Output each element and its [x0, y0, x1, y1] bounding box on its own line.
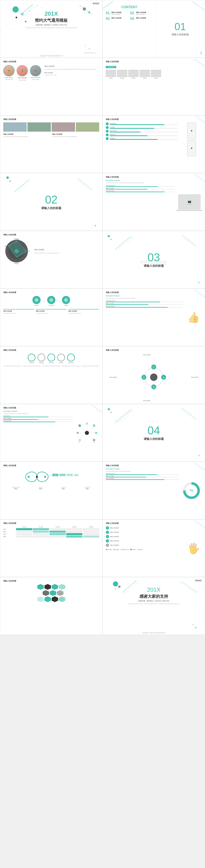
legend-2: Strategy	[113, 549, 119, 550]
s18-i2-label: Better Thought	[106, 475, 179, 476]
numbered-item-4: 4 请输入你的标题	[106, 539, 183, 542]
legend-4: Delivery	[130, 549, 136, 550]
person-1-name: Taylor Jenkins	[5, 77, 13, 78]
slide-3-body: Lorem ipsum dolor sit amet, consectetur …	[44, 68, 99, 70]
person-3-name: Shayna Jacobsen	[31, 77, 41, 78]
circle-label-4: Analyse	[59, 362, 63, 363]
bar-fill-4	[110, 135, 147, 136]
slide-6-bars: 请输入你的标题 Infographics Concepts	[102, 115, 205, 173]
slide-5-body-2: Lorem ipsum dolor sit amet, consectetur …	[52, 136, 99, 137]
portfolio-item-3: Portfolio	[128, 70, 139, 79]
person-3: 👤 Shayna Jacobsen 请输入你的标题	[30, 65, 41, 80]
n-num-1: 1	[106, 526, 109, 530]
slide-5-title: 请输入你的标题	[3, 118, 99, 121]
svg-text:Target: Target	[28, 250, 30, 252]
deco-s8	[191, 173, 205, 183]
circle-label-1: Objective	[29, 362, 34, 363]
laptop-icon: 💻	[187, 199, 192, 205]
circle-label-3: Innovate	[49, 362, 54, 363]
svg-line-94	[193, 463, 204, 471]
svg-line-11	[197, 116, 205, 123]
svg-line-77	[182, 408, 197, 420]
thanks-dot-4	[195, 627, 197, 628]
slide-7-section02: 02 请输入你的标题	[0, 173, 102, 231]
row-1-label: 请输入	[3, 529, 15, 530]
slide-15-title: 请输入你的标题	[3, 407, 73, 409]
row-4-bar-3	[49, 535, 66, 537]
dot-s16-2	[110, 412, 111, 413]
bar-icon-3	[106, 130, 109, 133]
s18-analysis: Description Analysis	[106, 468, 179, 470]
person-3-role: 请输入你的标题	[32, 79, 39, 80]
hex-2	[44, 584, 51, 590]
slide-3-sub1: 请输入你的标题	[44, 72, 99, 74]
col-header-3: Year Title	[49, 526, 66, 528]
col-header-4: Year Title	[66, 526, 82, 528]
dot-sm-6	[85, 45, 86, 46]
svg-text:2: 2	[163, 376, 164, 378]
a-bar-1	[106, 186, 158, 187]
website-url: www.yourwebsite.com	[84, 52, 96, 53]
country-4-val: 请输入	[85, 488, 91, 490]
row-4-bar-4	[66, 535, 82, 537]
slide-1-title: BAND 201X 简约大气通用模板 / 稳累完整 / 述职报告 / 计划总结 …	[0, 0, 102, 58]
flow-desc-1-body: Lorem ipsum dolor sit amet.	[3, 313, 34, 314]
flow-item-2: Following	[47, 296, 55, 306]
svg-point-65	[86, 423, 88, 425]
radar-desc: 请输入你的标题	[34, 248, 99, 251]
svg-line-8	[192, 2, 204, 11]
portfolio-img-2	[117, 70, 127, 77]
slide-9-radar: 请输入你的标题	[0, 231, 102, 288]
svg-text:Step 4: Step 4	[75, 474, 78, 476]
slide-18-donut: 请输入你的标题 Description Analysis Lorem ipsum…	[102, 462, 205, 519]
slide-2-content: CONTENT 01. 请输入你的标题 请输入你的标题 02. 请输入你的标题 …	[102, 0, 205, 58]
svg-line-40	[181, 236, 195, 247]
portfolio-label-2: Portfolio	[120, 78, 124, 79]
content-heading: CONTENT	[122, 5, 137, 9]
row-2-bar-3	[49, 531, 66, 533]
s18-item-2: Better Thought	[106, 475, 179, 477]
s12-item-2: Better Thought	[106, 303, 183, 305]
slide-17-infinity: 请输入你的标题 Step 1 Step 2	[0, 462, 102, 519]
numbered-item-3: 3 请输入你的标题	[106, 535, 183, 538]
svg-line-78	[181, 409, 195, 420]
flow-arrow-2: →	[57, 299, 60, 303]
slide-21-title: 请输入你的标题	[3, 580, 99, 582]
portfolio-label-3: Portfolio	[132, 78, 135, 79]
s12-item-3: New Resolution	[106, 306, 183, 308]
analysis-item-2: Better Thought	[106, 187, 175, 189]
c-desc-5-text: Lorem ipsum dolor sit amet consectetur.	[81, 365, 99, 367]
person-2-role: 请输入你的标题	[19, 80, 26, 81]
section-04-title: 请输入你的标题	[144, 437, 164, 441]
slide-4-manager: 请输入你的标题 MANAGER Portfolio Portfolio Port…	[102, 58, 205, 115]
numbered-item-2: 2 请输入你的标题	[106, 531, 183, 534]
manager-badge: MANAGER	[106, 66, 116, 68]
thanks-brand: BAND	[195, 579, 202, 582]
dot-br-2	[201, 53, 202, 54]
cycle-label-4: 请输入你的标题	[108, 377, 118, 378]
svg-text:75%: 75%	[190, 489, 194, 492]
svg-text:Engage: Engage	[14, 238, 19, 240]
slide-20-title: 请输入你的标题	[106, 522, 183, 525]
a-item-1-label: Good Impression	[106, 185, 175, 186]
c-desc-4-text: Lorem ipsum dolor sit amet consectetur.	[62, 365, 80, 367]
svg-text:03: 03	[93, 442, 95, 443]
deco-s10-right	[178, 234, 199, 248]
slide-13-circles: 请输入你的标题 ○ Objective ○ Planning ○ Innovat…	[0, 346, 102, 404]
flow-desc-1: 请输入你的标题 Lorem ipsum dolor sit amet.	[3, 309, 34, 314]
flow-desc-2: 请输入你的标题 Lorem ipsum dolor sit amet.	[36, 309, 67, 314]
lorem-text: Lorem ipsum dolor sit amet, consectetur …	[16, 27, 86, 29]
thanks-dot-5	[193, 624, 194, 625]
legend-5: Network	[137, 549, 143, 550]
flow-desc-3: 请输入你的标题 Lorem ipsum dolor sit amet.	[68, 309, 99, 314]
slide-13-title: 请输入你的标题	[3, 349, 99, 351]
row-2-bar-1	[16, 531, 32, 533]
deco-lines-s2r	[184, 0, 205, 12]
brand-label: BAND	[93, 2, 99, 5]
flow-circle-1	[32, 296, 41, 304]
s12-item-1-label: Good Impression	[106, 300, 183, 302]
s18-i3-label: New Resolution	[106, 478, 179, 479]
svg-text:Step 1: Step 1	[54, 474, 57, 476]
svg-line-18	[195, 174, 205, 182]
copyright-text: Copyright © https://www.pptstore.net	[0, 55, 102, 57]
